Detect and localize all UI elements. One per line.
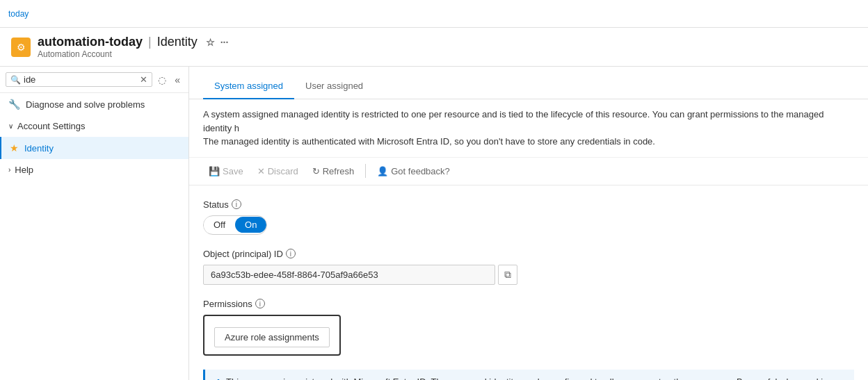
info-banner-icon: ℹ	[216, 377, 220, 381]
description-line1: A system assigned managed identity is re…	[203, 108, 854, 135]
copy-icon: ⧉	[504, 269, 511, 280]
identity-icon: ★	[10, 142, 19, 154]
save-icon: 💾	[209, 166, 220, 176]
tab-user-assigned[interactable]: User assigned	[294, 75, 374, 99]
permissions-box: Azure role assignments	[203, 315, 341, 356]
description-block: A system assigned managed identity is re…	[189, 99, 868, 158]
sidebar-section-help[interactable]: › Help	[0, 159, 188, 181]
sidebar-collapse-icon[interactable]: «	[172, 73, 183, 87]
refresh-icon: ↻	[312, 166, 320, 176]
chevron-right-icon: ›	[8, 166, 10, 174]
object-id-wrap: ⧉	[203, 265, 854, 285]
page-header: ⚙ automation-today | Identity ☆ ··· Auto…	[0, 28, 868, 67]
refresh-button[interactable]: ↻ Refresh	[307, 163, 360, 179]
status-section: Status i Off On	[203, 199, 854, 235]
sidebar-refresh-icon[interactable]: ◌	[155, 73, 169, 87]
toggle-off-option[interactable]: Off	[204, 217, 235, 233]
object-id-input[interactable]	[203, 265, 495, 285]
breadcrumb-link[interactable]: today	[8, 9, 29, 19]
permissions-label: Permissions i	[203, 299, 854, 309]
toolbar-separator	[365, 164, 366, 178]
wrench-icon: 🔧	[8, 99, 20, 110]
object-id-info-icon[interactable]: i	[286, 249, 296, 258]
permissions-section: Permissions i Azure role assignments	[203, 299, 854, 356]
sidebar-item-diagnose[interactable]: 🔧 Diagnose and solve problems	[0, 93, 188, 115]
search-bar: 🔍 ✕ ◌ «	[0, 67, 188, 93]
status-toggle[interactable]: Off On	[203, 215, 854, 235]
feedback-icon: 👤	[377, 166, 388, 176]
search-icon: 🔍	[10, 75, 21, 85]
discard-icon: ✕	[257, 166, 265, 176]
content-body: Status i Off On Object (principal) ID i	[189, 185, 868, 381]
sidebar-section-help-label: Help	[15, 165, 33, 175]
main-layout: 🔍 ✕ ◌ « 🔧 Diagnose and solve problems ∨ …	[0, 67, 868, 380]
resource-icon: ⚙	[11, 38, 31, 57]
gear-icon: ⚙	[17, 42, 26, 53]
status-info-icon[interactable]: i	[232, 199, 241, 209]
sidebar-section-account-settings-label: Account Settings	[17, 121, 86, 131]
search-input[interactable]	[24, 74, 137, 85]
permissions-info-icon[interactable]: i	[255, 299, 265, 308]
sidebar-section-account-settings[interactable]: ∨ Account Settings	[0, 115, 188, 137]
sidebar: 🔍 ✕ ◌ « 🔧 Diagnose and solve problems ∨ …	[0, 67, 189, 380]
search-input-wrap: 🔍 ✕	[6, 72, 152, 87]
copy-object-id-button[interactable]: ⧉	[498, 265, 517, 285]
resource-name: automation-today	[38, 35, 143, 49]
toggle-on-option[interactable]: On	[235, 217, 266, 233]
sidebar-item-identity[interactable]: ★ Identity	[0, 137, 188, 159]
save-button[interactable]: 💾 Save	[203, 163, 249, 179]
top-bar: today	[0, 0, 868, 28]
toggle-switch[interactable]: Off On	[203, 215, 267, 235]
azure-role-assignments-button[interactable]: Azure role assignments	[214, 327, 330, 347]
sidebar-item-diagnose-label: Diagnose and solve problems	[26, 99, 145, 110]
object-id-section: Object (principal) ID i ⧉	[203, 249, 854, 285]
feedback-button[interactable]: 👤 Got feedback?	[371, 163, 456, 179]
header-title-block: automation-today | Identity ☆ ··· Automa…	[38, 35, 228, 59]
more-options-icon[interactable]: ···	[220, 37, 229, 48]
toolbar: 💾 Save ✕ Discard ↻ Refresh 👤 Got feedbac…	[189, 158, 868, 185]
title-separator: |	[148, 35, 152, 49]
tabs-bar: System assigned User assigned	[189, 67, 868, 99]
chevron-down-icon: ∨	[8, 122, 13, 130]
info-banner-text: This resource is registered with Microso…	[226, 377, 843, 381]
page-name: Identity	[157, 35, 198, 49]
clear-search-button[interactable]: ✕	[140, 74, 147, 85]
object-id-label: Object (principal) ID i	[203, 249, 854, 259]
sidebar-item-identity-label: Identity	[24, 143, 54, 154]
tab-system-assigned[interactable]: System assigned	[203, 75, 294, 99]
favorite-star-icon[interactable]: ☆	[206, 37, 215, 48]
main-content: System assigned User assigned A system a…	[189, 67, 868, 380]
header-title: automation-today | Identity ☆ ···	[38, 35, 228, 49]
status-label: Status i	[203, 199, 854, 210]
resource-subtitle: Automation Account	[38, 49, 228, 59]
discard-button[interactable]: ✕ Discard	[252, 163, 304, 179]
info-banner: ℹ This resource is registered with Micro…	[203, 370, 854, 381]
description-line2: The managed identity is authenticated wi…	[203, 135, 854, 149]
